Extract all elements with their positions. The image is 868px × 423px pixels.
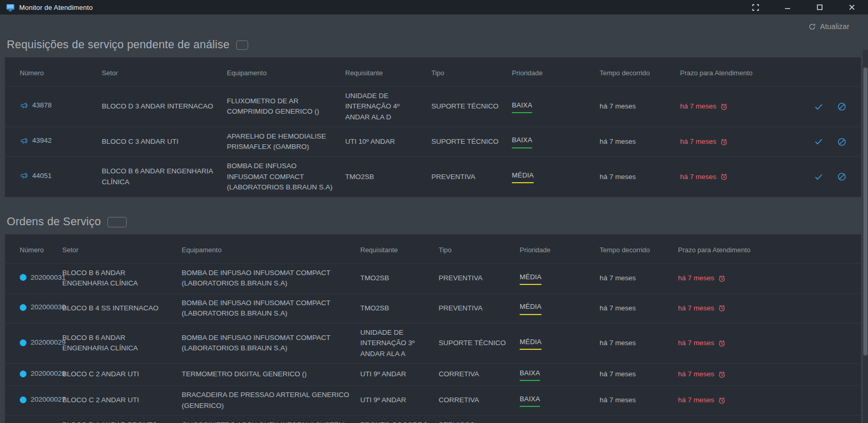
- cell-requisitante: UNIDADE DE INTERNAÇÃO 4º ANDAR ALA D: [345, 87, 431, 127]
- column-header: Tempo decorrido: [600, 58, 680, 87]
- cell-prioridade: MÉDIA: [512, 157, 600, 197]
- priority-badge: BAIXA: [512, 100, 532, 114]
- prazo-value: há 7 meses: [678, 395, 726, 405]
- prazo-text: há 7 meses: [678, 369, 714, 379]
- reject-button[interactable]: [837, 172, 846, 181]
- cell-tempo-decorrido: há 7 meses: [600, 264, 678, 294]
- vertical-scrollbar-thumb[interactable]: [863, 67, 867, 356]
- refresh-icon: [808, 23, 816, 31]
- approve-button[interactable]: [815, 138, 823, 145]
- column-header: Prazo para Atendimento: [680, 58, 798, 87]
- close-button[interactable]: [836, 0, 868, 15]
- cell-tempo-decorrido: há 7 meses: [600, 386, 678, 416]
- cell-tipo: CORRETIVA: [439, 363, 520, 386]
- cell-numero: 202000029: [5, 323, 62, 364]
- table-row[interactable]: 202000031BLOCO B 6 ANDAR ENGENHARIA CLÍN…: [5, 264, 861, 294]
- cell-tipo: SUPORTE TÉCNICO: [431, 87, 512, 127]
- cell-tipo: PREVENTIVA: [439, 264, 520, 294]
- numero-wrap: 202000028: [20, 369, 66, 379]
- cell-numero: 202000030: [5, 293, 62, 323]
- cell-tempo-decorrido: há 7 meses: [600, 293, 678, 323]
- prazo-value: há 7 meses: [678, 338, 726, 348]
- column-header: Tipo: [439, 235, 520, 264]
- fullscreen-icon: [752, 4, 759, 11]
- cell-equipamento: APARELHO DE HEMODIALISE PRISMAFLEX (GAMB…: [227, 127, 345, 157]
- cell-prioridade: BAIXA: [512, 87, 600, 127]
- column-header: Tempo decorrido: [600, 235, 678, 264]
- section-count-badge: [236, 40, 248, 50]
- table-row[interactable]: 202000027BLOCO C 2 ANDAR UTIBRACADEIRA D…: [5, 386, 861, 416]
- numero-wrap: 44051: [20, 171, 52, 181]
- status-dot-icon: [20, 371, 26, 377]
- reject-button[interactable]: [837, 138, 846, 146]
- cell-tipo: SUPORTE TÉCNICO: [439, 323, 520, 364]
- cell-tempo-decorrido: há 7 meses: [600, 127, 680, 157]
- cell-numero: 202000028: [5, 363, 62, 386]
- cell-tempo-decorrido: há 7 meses: [600, 363, 678, 386]
- column-header: Tipo: [431, 58, 512, 87]
- cell-tipo: SUPORTE TÉCNICO: [431, 127, 512, 157]
- prazo-text: há 7 meses: [678, 303, 714, 313]
- column-header: Número: [5, 235, 62, 264]
- cell-requisitante: UNIDADE DE INTERNAÇÃO 3º ANDAR ALA A: [360, 323, 439, 364]
- maximize-button[interactable]: [804, 0, 836, 15]
- table-row[interactable]: 202000029BLOCO B 6 ANDAR ENGENHARIA CLÍN…: [5, 323, 861, 364]
- service-orders-table-panel: NúmeroSetorEquipamentoRequisitanteTipoPr…: [5, 235, 861, 423]
- status-dot-icon: [20, 397, 26, 403]
- column-header: Equipamento: [182, 235, 360, 264]
- prazo-text: há 7 meses: [678, 338, 714, 348]
- cell-prazo: há 7 meses: [678, 323, 861, 364]
- requisitions-table: NúmeroSetorEquipamentoRequisitanteTipoPr…: [5, 58, 861, 197]
- minimize-button[interactable]: [771, 0, 804, 15]
- cell-numero: 202000026: [5, 415, 62, 423]
- column-header: Prazo para Atendimento: [678, 235, 861, 264]
- cell-prioridade: BAIXA: [512, 127, 600, 157]
- cell-requisitante: UTI 10º ANDAR: [345, 127, 431, 157]
- column-header: Prioridade: [520, 235, 600, 264]
- cell-tempo-decorrido: há 7 meses: [600, 87, 680, 127]
- prazo-value: há 7 meses: [678, 303, 726, 313]
- column-header: Setor: [102, 58, 227, 87]
- alarm-clock-icon: [718, 397, 726, 404]
- refresh-label: Atualizar: [820, 22, 849, 31]
- cell-equipamento: BOMBA DE INFUSAO INFUSOMAT COMPACT (LABO…: [227, 157, 345, 197]
- cell-prioridade: BAIXA: [520, 363, 600, 386]
- numero-wrap: 202000031: [20, 272, 66, 283]
- cell-prazo: há 7 meses: [680, 87, 798, 127]
- section-count-badge: [107, 217, 127, 227]
- cell-actions: [798, 127, 861, 157]
- alarm-clock-icon: [718, 339, 726, 347]
- table-row[interactable]: 43878BLOCO D 3 ANDAR INTERNACAOFLUXOMETR…: [5, 87, 861, 127]
- table-row[interactable]: 202000028BLOCO C 2 ANDAR UTITERMOMETRO D…: [5, 363, 861, 386]
- megaphone-icon: [20, 172, 28, 180]
- table-row[interactable]: 202000030BLOCO B 4 SS INTERNACAOBOMBA DE…: [5, 293, 861, 323]
- status-dot-icon: [20, 274, 26, 281]
- cell-setor: BLOCO B 4 SS INTERNACAO: [62, 293, 182, 323]
- cell-prazo: há 7 meses: [680, 127, 798, 157]
- numero-value: 202000027: [31, 394, 66, 405]
- cell-prazo: há 7 meses: [678, 386, 861, 416]
- cell-equipamento: BRACADEIRA DE PRESSAO ARTERIAL GENERICO …: [182, 386, 360, 416]
- cell-prazo: há 7 meses: [680, 157, 798, 197]
- priority-badge: BAIXA: [512, 135, 532, 148]
- minimize-icon: [784, 4, 791, 10]
- column-header: Requisitante: [345, 58, 431, 87]
- refresh-button[interactable]: Atualizar: [805, 20, 852, 33]
- reject-button[interactable]: [837, 102, 846, 111]
- priority-badge: MÉDIA: [520, 302, 541, 315]
- table-row[interactable]: 202000026BLOCO D 1 ANDAR PRONTO ATENDIME…: [5, 415, 861, 423]
- numero-value: 202000030: [31, 302, 66, 312]
- numero-value: 44051: [32, 171, 52, 181]
- cell-numero: 43878: [5, 87, 102, 127]
- table-row[interactable]: 44051BLOCO B 6 ANDAR ENGENHARIA CLÍNICAB…: [5, 157, 861, 197]
- cell-numero: 44051: [5, 157, 102, 197]
- cell-setor: BLOCO C 2 ANDAR UTI: [62, 363, 182, 386]
- vertical-scrollbar: [863, 50, 868, 423]
- approve-button[interactable]: [815, 173, 823, 181]
- titlebar: Monitor de Atendimento: [0, 0, 868, 15]
- megaphone-icon: [20, 102, 28, 110]
- table-row[interactable]: 43942BLOCO C 3 ANDAR UTIAPARELHO DE HEMO…: [5, 127, 861, 157]
- approve-button[interactable]: [815, 103, 823, 111]
- fullscreen-button[interactable]: [739, 0, 771, 15]
- cell-tipo: SERVIÇOS ADMINISTRATIVOS: [439, 415, 520, 423]
